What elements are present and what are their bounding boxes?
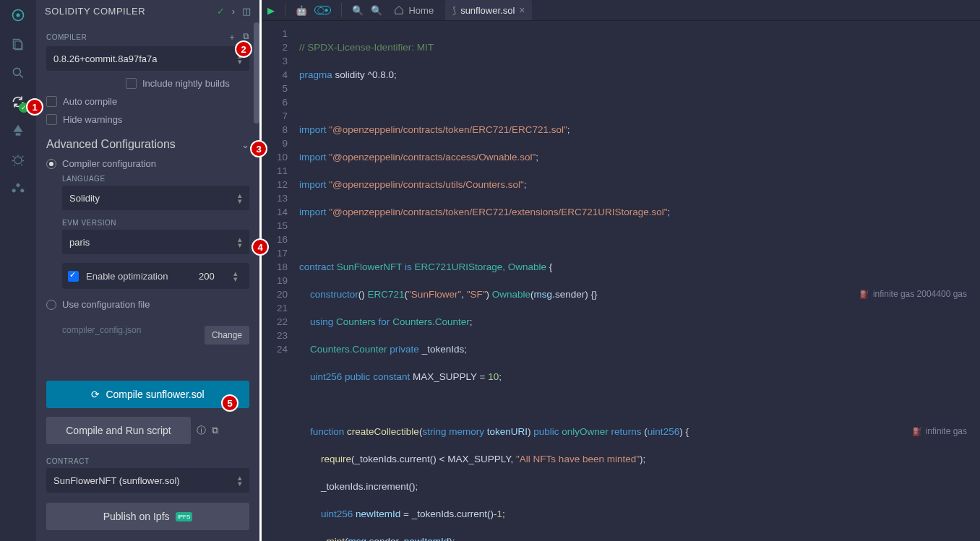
evm-value: paris <box>69 237 90 248</box>
tab-home-label: Home <box>408 5 434 16</box>
logo-icon[interactable] <box>10 7 26 23</box>
svg-point-1 <box>17 14 20 17</box>
copy-script-icon[interactable]: ⧉ <box>212 425 218 436</box>
scrollbar[interactable] <box>254 22 259 124</box>
toggle-icon[interactable]: ◯● <box>314 6 331 14</box>
home-icon <box>394 5 404 15</box>
panel-layout-icon[interactable]: ◫ <box>242 6 251 17</box>
ipfs-icon: IPFS <box>176 512 193 521</box>
line-gutter: 123456789101112131415161718192021222324 <box>262 21 296 541</box>
optimization-label: Enable optimization <box>86 271 186 282</box>
gas-hint: infinite gas 2004400 gas <box>859 287 967 301</box>
gas-hint: infinite gas <box>912 425 967 438</box>
autocompile-label: Auto compile <box>63 96 117 107</box>
code-content[interactable]: // SPDX-License-Identifier: MIT pragma s… <box>296 21 980 541</box>
add-compiler-icon[interactable]: ＋ <box>228 31 237 43</box>
close-tab-icon[interactable]: × <box>519 4 525 16</box>
refresh-icon: ⟳ <box>91 389 100 400</box>
select-arrows-icon: ▴▾ <box>238 192 242 204</box>
solidity-file-icon: ⟆ <box>452 5 456 16</box>
compiler-label: COMPILER <box>46 33 87 41</box>
hidewarnings-label: Hide warnings <box>63 114 122 125</box>
select-arrows-icon: ▴▾ <box>238 236 242 248</box>
chevron-down-icon: ⌄ <box>241 139 249 150</box>
tab-file-label: sunflower.sol <box>460 5 515 16</box>
compiler-icon[interactable] <box>10 94 26 110</box>
chevron-right-icon[interactable]: › <box>232 6 235 17</box>
compiler-config-radio[interactable] <box>46 159 56 169</box>
svg-point-3 <box>14 157 22 164</box>
editor-area: ▶ 🤖 ◯● 🔍 🔍 Home ⟆ sunflower.sol × 123456… <box>262 0 980 541</box>
publish-ipfs-button[interactable]: Publish on Ipfs IPFS <box>46 503 249 530</box>
hidewarnings-checkbox[interactable] <box>46 114 57 125</box>
compile-run-label: Compile and Run script <box>66 425 171 436</box>
advanced-title: Advanced Configurations <box>46 138 176 151</box>
svg-point-2 <box>13 68 20 75</box>
nightly-label: Include nightly builds <box>142 78 230 89</box>
callout-5: 5 <box>221 394 238 412</box>
debugger-icon[interactable] <box>10 152 26 168</box>
callout-3: 3 <box>250 140 267 157</box>
autocompile-checkbox[interactable] <box>46 96 57 107</box>
zoom-in-icon[interactable]: 🔍 <box>371 5 382 16</box>
change-button[interactable]: Change <box>205 326 249 345</box>
files-icon[interactable] <box>10 36 26 52</box>
contract-select[interactable]: SunFlowerNFT (sunflower.sol)▴▾ <box>46 468 249 493</box>
info-icon[interactable]: ⓘ <box>197 424 206 437</box>
optimization-runs-input[interactable]: 200▴▾ <box>193 267 244 285</box>
select-arrows-icon: ▴▾ <box>238 475 242 486</box>
evm-select[interactable]: paris▴▾ <box>62 230 249 254</box>
play-icon[interactable]: ▶ <box>267 5 275 16</box>
nightly-checkbox[interactable] <box>126 78 137 89</box>
publish-label: Publish on Ipfs <box>103 511 170 522</box>
configfile-name: compiler_config.json <box>62 325 141 335</box>
callout-2: 2 <box>235 40 252 58</box>
compile-button[interactable]: ⟳ Compile sunflower.sol <box>46 381 249 408</box>
solidity-compiler-panel: SOLIDITY COMPILER ✓ › ◫ COMPILER ＋⧉ 0.8.… <box>36 0 262 541</box>
advanced-config-toggle[interactable]: Advanced Configurations ⌄ <box>46 138 249 151</box>
evm-label: EVM VERSION <box>62 219 249 227</box>
robot-icon[interactable]: 🤖 <box>296 5 307 16</box>
code-editor[interactable]: 123456789101112131415161718192021222324 … <box>262 21 980 541</box>
deploy-icon[interactable] <box>10 123 26 139</box>
panel-title: SOLIDITY COMPILER <box>45 6 145 17</box>
compile-run-button[interactable]: Compile and Run script <box>46 417 191 444</box>
configfile-radio[interactable] <box>46 300 56 310</box>
tab-file[interactable]: ⟆ sunflower.sol × <box>445 0 532 20</box>
configfile-label: Use configuration file <box>62 299 150 310</box>
search-icon[interactable] <box>10 65 26 81</box>
icon-bar <box>0 0 36 541</box>
zoom-out-icon[interactable]: 🔍 <box>352 5 364 16</box>
compile-button-label: Compile sunflower.sol <box>106 389 204 400</box>
language-select[interactable]: Solidity▴▾ <box>62 186 249 210</box>
language-value: Solidity <box>69 193 100 204</box>
language-label: LANGUAGE <box>62 175 249 183</box>
contract-value: SunFlowerNFT (sunflower.sol) <box>53 475 180 486</box>
optimization-checkbox[interactable] <box>68 271 79 282</box>
tab-home[interactable]: Home <box>387 1 441 20</box>
plugin-icon[interactable] <box>10 181 26 196</box>
tab-bar: ▶ 🤖 ◯● 🔍 🔍 Home ⟆ sunflower.sol × <box>262 0 980 21</box>
callout-4: 4 <box>252 238 269 256</box>
contract-label: CONTRACT <box>46 457 249 465</box>
check-icon[interactable]: ✓ <box>217 6 225 17</box>
compiler-value: 0.8.26+commit.8a97fa7a <box>53 53 157 64</box>
compiler-config-label: Compiler configuration <box>62 158 156 169</box>
select-arrows-icon: ▴▾ <box>233 270 238 282</box>
callout-1: 1 <box>26 98 43 116</box>
compiler-select[interactable]: 0.8.26+commit.8a97fa7a ▴▾ <box>46 46 249 71</box>
